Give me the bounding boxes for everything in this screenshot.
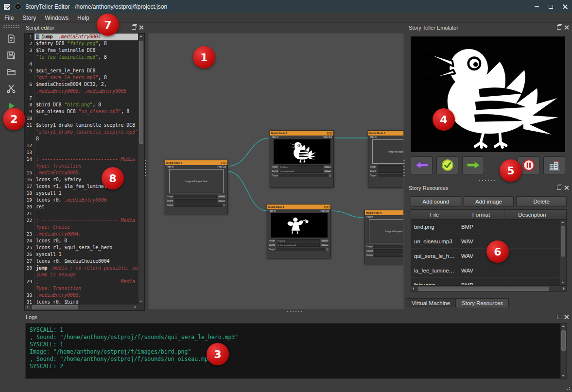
- editor-hscrollbar[interactable]: [25, 304, 138, 310]
- code-line[interactable]: 18syscall 1: [25, 190, 138, 197]
- close-dock-button[interactable]: [564, 25, 569, 31]
- node-minimize-button[interactable]: [324, 206, 327, 208]
- resize-grip[interactable]: [565, 385, 571, 391]
- code-line[interactable]: 16lcons r0, $fairy: [25, 176, 138, 183]
- save-button[interactable]: [3, 48, 19, 63]
- splitter-handle[interactable]: [478, 179, 497, 182]
- node-minimize-button[interactable]: [221, 162, 224, 164]
- float-dock-button[interactable]: [557, 314, 561, 320]
- run-button[interactable]: [3, 99, 19, 113]
- code-line[interactable]: 7: [25, 95, 138, 102]
- minimize-button[interactable]: [530, 0, 544, 13]
- scroll-down-arrow[interactable]: [139, 301, 142, 302]
- graph-node[interactable]: Media Node 6Plan InPlan OutImage will ap…: [364, 210, 404, 264]
- toolbar-drag-handle[interactable]: [3, 25, 19, 28]
- scrollbar-thumb[interactable]: [139, 41, 143, 144]
- code-line[interactable]: 3$la_fee_luminelle DC8: [25, 47, 138, 54]
- next-button[interactable]: [462, 156, 484, 174]
- code-line[interactable]: jump is enough: [25, 272, 138, 278]
- port-out[interactable]: Plan Out: [320, 210, 329, 212]
- code-line[interactable]: 8: [25, 136, 138, 142]
- graph-node[interactable]: Media Node 5Plan InPlan OutImage will ap…: [368, 130, 404, 187]
- logs-view[interactable]: SYSCALL: 1, Sound: "/home/anthony/ostpro…: [25, 323, 567, 379]
- splitter-canvas-right[interactable]: [403, 159, 405, 177]
- code-line[interactable]: "la_fee_luminelle.mp3", 8: [25, 54, 138, 61]
- code-line[interactable]: 25lcons r1, $qui_sera_le_hero: [25, 244, 138, 251]
- node-titlebar[interactable]: Media Node 6: [365, 210, 404, 215]
- scrollbar-thumb[interactable]: [561, 330, 566, 351]
- new-script-button[interactable]: [3, 32, 19, 46]
- graph-node[interactable]: Media Node 4Plan InPlan OutImage will ap…: [165, 160, 228, 214]
- scroll-left-arrow[interactable]: [27, 306, 28, 308]
- node-output-button[interactable]: [326, 248, 329, 251]
- node-connection[interactable]: [228, 171, 267, 211]
- graph-node[interactable]: Media Node 3Plan InPlan Out Imagefairy.p…: [267, 204, 331, 258]
- resource-row[interactable]: un_oiseau.mp3WAV: [411, 234, 560, 249]
- menu-windows[interactable]: Windows: [40, 14, 73, 22]
- code-line[interactable]: "story1_drako_luminelle_sceptre.mp3",: [25, 129, 138, 136]
- code-line[interactable]: 8$bird DC8 "bird.png", 8: [25, 102, 138, 108]
- port-in[interactable]: Plan In: [370, 136, 377, 138]
- close-dock-button[interactable]: [564, 314, 569, 320]
- node-minimize-button[interactable]: [327, 132, 329, 135]
- menu-file[interactable]: File: [0, 14, 18, 22]
- port-out[interactable]: Plan Out: [217, 166, 226, 168]
- logs-vscrollbar[interactable]: [560, 324, 567, 378]
- node-output-button[interactable]: [223, 204, 226, 207]
- home-button[interactable]: [543, 156, 565, 174]
- resource-row[interactable]: la_fee_lumine…WAV: [411, 263, 560, 278]
- node-select-button[interactable]: Select: [218, 199, 226, 203]
- node-output-button[interactable]: [329, 174, 332, 177]
- cut-button[interactable]: [3, 81, 19, 96]
- code-line[interactable]: "qui_sera_le_hero.mp3", 8: [25, 74, 138, 81]
- node-connection[interactable]: [331, 211, 364, 218]
- graph-node[interactable]: Media Node 2Plan InPlan Out Imagebird.pn…: [270, 130, 334, 187]
- table-vscrollbar[interactable]: [560, 220, 566, 285]
- code-line[interactable]: 20ret: [25, 204, 138, 210]
- scroll-right-arrow[interactable]: [563, 287, 565, 290]
- code-line[interactable]: 15.mediaEntry0005:: [25, 170, 138, 176]
- node-select-button[interactable]: Select: [321, 239, 329, 242]
- column-header-format[interactable]: Format: [458, 210, 504, 219]
- splitter-script-canvas[interactable]: [144, 159, 147, 177]
- scroll-up-arrow[interactable]: [139, 35, 142, 37]
- script-editor[interactable]: 1jump .mediaEntry00042$fairy DC8 "fairy.…: [24, 33, 145, 311]
- back-button[interactable]: [411, 156, 433, 174]
- code-line[interactable]: 26syscall 1: [25, 251, 138, 258]
- scrollbar-thumb[interactable]: [561, 226, 565, 256]
- scroll-up-arrow[interactable]: [561, 222, 564, 223]
- table-hscrollbar[interactable]: [411, 286, 567, 292]
- node-select-button[interactable]: Select: [218, 195, 226, 198]
- code-line[interactable]: 11$story1_drako_luminelle_sceptre DC8: [25, 122, 138, 129]
- code-line[interactable]: Type: Transition: [25, 285, 138, 292]
- node-close-button[interactable]: [224, 162, 226, 164]
- code-line[interactable]: 10: [25, 115, 138, 122]
- float-dock-button[interactable]: [557, 25, 561, 31]
- scroll-down-arrow[interactable]: [562, 375, 565, 376]
- scroll-up-arrow[interactable]: [562, 325, 565, 327]
- tab-virtual-machine[interactable]: Virtual Machine: [406, 298, 456, 307]
- scroll-down-arrow[interactable]: [561, 282, 564, 283]
- node-select-button[interactable]: Select: [324, 170, 332, 173]
- close-dock-button[interactable]: [139, 25, 143, 31]
- code-line[interactable]: 6$mediaChoice0004 DC32, 2,: [25, 81, 138, 88]
- code-line[interactable]: 5$qui_sera_le_hero DC8: [25, 68, 138, 74]
- scrollbar-thumb[interactable]: [418, 287, 549, 291]
- code-line[interactable]: 31lcons r0, $bird: [25, 299, 138, 304]
- code-line[interactable]: 23.mediaEntry0004:: [25, 231, 138, 238]
- add-sound-button[interactable]: Add sound: [411, 196, 461, 207]
- code-line[interactable]: 28jump .media ; no return possible, so a: [25, 265, 138, 272]
- ok-button[interactable]: [436, 156, 458, 174]
- splitter-canvas-logs[interactable]: [286, 310, 304, 313]
- node-select-button[interactable]: Select: [324, 165, 332, 169]
- resource-row[interactable]: bird.pngBMP: [411, 220, 560, 234]
- code-line[interactable]: 21: [25, 210, 138, 217]
- code-line[interactable]: 29; --------------------------- Media no…: [25, 278, 138, 285]
- maximize-button[interactable]: [544, 0, 558, 13]
- code-line[interactable]: 27lcons r0, $mediaChoice0004: [25, 258, 138, 265]
- port-in[interactable]: Plan In: [269, 210, 276, 212]
- editor-vscrollbar[interactable]: [138, 34, 144, 304]
- float-dock-button[interactable]: [557, 185, 561, 191]
- code-line[interactable]: Type: Choice: [25, 224, 138, 231]
- column-header-description[interactable]: Description: [504, 210, 560, 219]
